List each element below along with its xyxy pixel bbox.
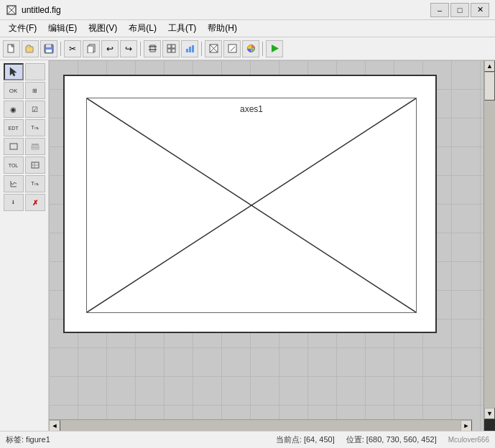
lt-delete[interactable]: ✗	[25, 194, 45, 211]
svg-rect-8	[46, 45, 51, 47]
lt-row-7: T₀₁	[4, 175, 45, 192]
lt-table[interactable]	[25, 157, 45, 174]
main-area: OK ⊞ ◉ ☑ EDT T₀₁ TOL	[0, 60, 495, 431]
window-controls: – □ ✕	[430, 3, 489, 17]
lt-listbox[interactable]	[25, 138, 45, 155]
tb-undo[interactable]: ↩	[101, 40, 119, 57]
tb-grid[interactable]	[162, 40, 180, 57]
lt-frame[interactable]	[4, 138, 24, 155]
toolbar-sep-3	[201, 42, 202, 56]
lt-pushbutton[interactable]: OK	[4, 82, 24, 99]
toolbar-sep-1	[60, 42, 61, 56]
lt-row-1	[4, 63, 45, 80]
svg-rect-9	[46, 50, 52, 52]
lt-axes-btn[interactable]	[4, 175, 24, 192]
svg-rect-11	[88, 46, 93, 53]
tb-align[interactable]	[144, 40, 161, 57]
tb-run[interactable]	[266, 40, 283, 57]
figure-box: axes1 拖动	[63, 75, 437, 333]
lt-tolerance[interactable]: TOL	[4, 157, 24, 174]
svg-rect-15	[167, 45, 171, 48]
lt-empty1[interactable]	[25, 63, 45, 80]
lt-checkbox[interactable]: ☑	[25, 101, 45, 118]
lt-activex[interactable]: ℹ	[4, 194, 24, 211]
window-title: untitled.fig	[22, 5, 430, 15]
svg-rect-16	[172, 45, 175, 48]
lt-text[interactable]: T₀₁	[25, 119, 45, 136]
scroll-left-btn[interactable]: ◄	[49, 420, 60, 431]
svg-rect-17	[167, 49, 171, 52]
menu-tools[interactable]: 工具(T)	[162, 21, 202, 36]
lt-text2[interactable]: T₀₁	[25, 175, 45, 192]
menu-layout[interactable]: 布局(L)	[123, 21, 162, 36]
svg-rect-18	[172, 49, 175, 52]
toolbar-sep-2	[140, 42, 141, 56]
title-bar: untitled.fig – □ ✕	[0, 0, 495, 20]
lt-edit2[interactable]: EDT	[4, 119, 24, 136]
lt-row-8: ℹ ✗	[4, 194, 45, 211]
watermark-text: Mculover666	[448, 436, 489, 444]
svg-rect-25	[228, 45, 236, 52]
tb-save[interactable]	[40, 40, 57, 57]
lt-row-2: OK ⊞	[4, 82, 45, 99]
lt-cursor[interactable]	[4, 63, 24, 80]
vertical-scrollbar[interactable]: ▲ ▼	[484, 60, 495, 431]
app-icon	[6, 4, 17, 16]
axes-box: axes1 拖动	[86, 98, 417, 313]
status-bar: 标签: figure1 当前点: [64, 450] 位置: [680, 730…	[0, 431, 495, 448]
close-button[interactable]: ✕	[471, 3, 489, 17]
svg-rect-33	[32, 148, 39, 149]
tb-colors[interactable]	[242, 40, 259, 57]
menu-bar: 文件(F) 编辑(E) 视图(V) 布局(L) 工具(T) 帮助(H)	[0, 20, 495, 37]
svg-rect-31	[32, 144, 39, 145]
svg-marker-29	[10, 67, 17, 76]
menu-help[interactable]: 帮助(H)	[202, 21, 243, 36]
toolbar: ✂ ↩ ↪	[0, 37, 495, 60]
status-position: 位置: [680, 730, 560, 452]	[346, 434, 437, 445]
horizontal-scrollbar[interactable]: ◄ ►	[49, 419, 472, 431]
tb-new[interactable]	[3, 40, 20, 57]
menu-view[interactable]: 视图(V)	[83, 21, 123, 36]
scroll-up-btn[interactable]: ▲	[484, 60, 495, 72]
lt-row-6: TOL	[4, 157, 45, 174]
tb-cut[interactable]: ✂	[64, 40, 81, 57]
v-scroll-track	[484, 72, 495, 408]
lt-radio[interactable]: ◉	[4, 101, 24, 118]
lt-edit[interactable]: ⊞	[25, 82, 45, 99]
lt-row-5	[4, 138, 45, 155]
toolbar-sep-4	[262, 42, 263, 56]
status-label: 标签: figure1	[6, 434, 276, 445]
tb-chart[interactable]	[181, 40, 198, 57]
maximize-button[interactable]: □	[450, 3, 469, 17]
lt-row-4: EDT T₀₁	[4, 119, 45, 136]
menu-file[interactable]: 文件(F)	[3, 21, 42, 36]
svg-rect-21	[192, 45, 194, 52]
corner-decoration	[484, 419, 495, 431]
svg-rect-6	[26, 47, 33, 52]
scroll-right-btn[interactable]: ►	[461, 420, 472, 431]
tb-axes[interactable]	[223, 40, 241, 57]
canvas-area[interactable]: axes1 拖动	[49, 60, 484, 431]
svg-rect-30	[10, 144, 17, 149]
minimize-button[interactable]: –	[430, 3, 449, 17]
tb-open[interactable]	[22, 40, 39, 57]
svg-rect-20	[189, 47, 191, 52]
scroll-down-btn[interactable]: ▼	[484, 408, 495, 419]
tb-figure[interactable]	[205, 40, 222, 57]
tb-redo[interactable]: ↪	[120, 40, 137, 57]
left-toolbar: OK ⊞ ◉ ☑ EDT T₀₁ TOL	[0, 60, 49, 431]
status-current-point: 当前点: [64, 450]	[276, 434, 335, 445]
tb-copy[interactable]	[83, 40, 100, 57]
svg-rect-32	[32, 146, 39, 147]
lt-row-3: ◉ ☑	[4, 101, 45, 118]
v-scroll-thumb[interactable]	[484, 72, 495, 101]
menu-edit[interactable]: 编辑(E)	[42, 21, 83, 36]
svg-marker-28	[272, 45, 279, 52]
h-scroll-track	[60, 420, 461, 431]
svg-rect-19	[186, 49, 188, 52]
